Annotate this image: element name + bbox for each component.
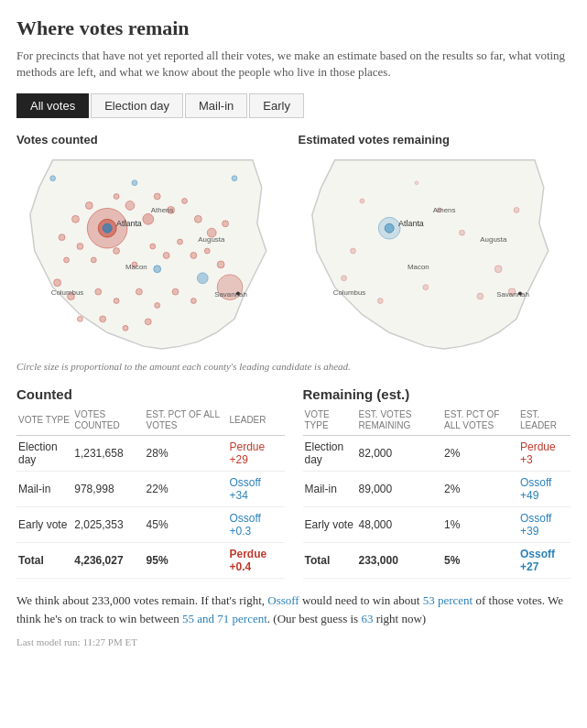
pct-cell: 22% <box>145 472 228 507</box>
svg-point-21 <box>178 239 183 244</box>
counted-table: VOTE TYPE VOTES COUNTED EST. PCT OF ALL … <box>16 407 285 579</box>
svg-text:Columbus: Columbus <box>332 288 365 297</box>
table-row: Early vote 48,000 1% Ossoff +39 <box>303 507 571 543</box>
svg-point-57 <box>377 299 383 304</box>
vote-type-cell: Early vote <box>16 507 72 543</box>
votes-remaining-cell: 89,000 <box>357 472 443 507</box>
svg-point-16 <box>91 257 96 263</box>
svg-text:Atlanta: Atlanta <box>398 220 424 229</box>
svg-point-41 <box>132 180 137 186</box>
table-row: Election day 1,231,658 28% Perdue +29 <box>16 436 285 472</box>
summary-text: We think about 233,000 votes remain. If … <box>16 592 571 627</box>
est-leader-cell: Ossoff +49 <box>518 472 571 507</box>
map-left: Votes counted <box>16 133 289 352</box>
votes-counted-cell: 978,998 <box>72 472 144 507</box>
svg-text:Augusta: Augusta <box>480 235 507 244</box>
svg-point-52 <box>385 224 394 234</box>
summary-after-ossoff: would need to win about <box>299 593 423 607</box>
svg-point-62 <box>514 208 519 213</box>
svg-point-24 <box>217 261 224 268</box>
svg-point-3 <box>85 202 92 210</box>
pct-cell: 5% <box>442 543 518 579</box>
svg-point-30 <box>136 289 142 296</box>
table-row: Early vote 2,025,353 45% Ossoff +0.3 <box>16 507 285 543</box>
svg-point-35 <box>100 316 106 322</box>
summary-end: right now) <box>373 612 426 625</box>
counted-body: Election day 1,231,658 28% Perdue +29 Ma… <box>16 436 285 579</box>
svg-point-54 <box>459 231 464 236</box>
pct53-link[interactable]: 53 percent <box>423 593 473 607</box>
svg-point-12 <box>223 221 229 227</box>
svg-text:Savannah: Savannah <box>214 290 247 299</box>
svg-text:Athens: Athens <box>432 207 455 215</box>
est-leader-cell: Perdue +3 <box>518 436 571 472</box>
svg-point-55 <box>495 266 502 273</box>
pct-cell: 95% <box>145 543 228 579</box>
map-right-title: Estimated votes remaining <box>299 133 571 147</box>
remaining-header-row: VOTE TYPE EST. VOTES REMAINING EST. PCT … <box>303 407 571 436</box>
pct63-link[interactable]: 63 <box>361 612 373 625</box>
svg-point-4 <box>125 201 135 211</box>
pct-cell: 2% <box>442 436 518 472</box>
svg-point-37 <box>145 319 151 325</box>
table-row: Mail-in 89,000 2% Ossoff +49 <box>303 472 571 507</box>
svg-point-17 <box>114 248 120 255</box>
svg-point-23 <box>204 248 210 254</box>
vote-type-cell: Early vote <box>303 507 357 543</box>
svg-point-64 <box>414 181 418 185</box>
svg-point-56 <box>422 285 428 290</box>
svg-point-36 <box>123 326 128 331</box>
pct-cell: 45% <box>145 507 228 543</box>
summary-before-ossoff: We think about 233,000 votes remain. If … <box>16 593 267 607</box>
svg-text:Augusta: Augusta <box>198 235 225 244</box>
tab-election-day[interactable]: Election day <box>91 93 183 118</box>
votes-counted-cell: 4,236,027 <box>72 543 144 579</box>
pct-cell: 2% <box>442 472 518 507</box>
svg-point-39 <box>154 266 161 273</box>
ossoff-link[interactable]: Ossoff <box>267 593 299 607</box>
votes-remaining-cell: 82,000 <box>357 436 443 472</box>
tab-bar: All votes Election day Mail-in Early <box>16 93 571 118</box>
votes-remaining-cell: 233,000 <box>357 543 443 579</box>
vote-type-cell: Mail-in <box>16 472 72 507</box>
table-row: Total 233,000 5% Ossoff +27 <box>303 543 571 579</box>
vote-type-cell: Election day <box>303 436 357 472</box>
range-link[interactable]: 55 and 71 percent <box>182 612 267 625</box>
svg-point-2 <box>143 214 154 225</box>
svg-point-29 <box>114 299 119 304</box>
vote-type-cell: Total <box>303 543 357 579</box>
svg-point-9 <box>181 199 187 204</box>
svg-point-58 <box>476 293 483 299</box>
tab-early[interactable]: Early <box>249 93 304 118</box>
svg-point-53 <box>350 248 355 254</box>
counted-col-vote-type: VOTE TYPE <box>16 407 72 436</box>
leader-cell: Ossoff +34 <box>227 472 284 507</box>
map-note: Circle size is proportional to the amoun… <box>16 361 571 372</box>
svg-point-50 <box>236 292 240 296</box>
map-left-svg: Atlanta Athens Augusta Macon Columbus Sa… <box>16 150 289 352</box>
svg-point-15 <box>77 244 83 250</box>
table-row: Total 4,236,027 95% Perdue +0.4 <box>16 543 285 579</box>
svg-point-14 <box>64 257 70 263</box>
counted-header-row: VOTE TYPE VOTES COUNTED EST. PCT OF ALL … <box>16 407 285 436</box>
counted-title: Counted <box>16 386 285 402</box>
svg-point-33 <box>190 299 196 304</box>
remaining-section: Remaining (est.) VOTE TYPE EST. VOTES RE… <box>303 386 571 579</box>
svg-point-26 <box>54 279 61 287</box>
tab-all-votes[interactable]: All votes <box>16 93 89 118</box>
svg-text:Columbus: Columbus <box>51 288 84 297</box>
maps-row: Votes counted <box>16 133 571 352</box>
svg-text:Savannah: Savannah <box>496 290 529 299</box>
counted-section: Counted VOTE TYPE VOTES COUNTED EST. PCT… <box>16 386 285 579</box>
svg-point-7 <box>154 193 160 200</box>
svg-point-10 <box>194 216 201 223</box>
vote-type-cell: Election day <box>16 436 72 472</box>
remaining-col-pct: EST. PCT OF ALL VOTES <box>442 407 518 436</box>
est-leader-cell: Ossoff +27 <box>518 543 571 579</box>
tab-mail-in[interactable]: Mail-in <box>185 93 247 118</box>
svg-point-13 <box>59 234 65 241</box>
svg-point-71 <box>517 292 521 296</box>
map-left-title: Votes counted <box>16 133 289 147</box>
remaining-col-leader: EST. LEADER <box>518 407 571 436</box>
counted-col-pct: EST. PCT OF ALL VOTES <box>145 407 228 436</box>
